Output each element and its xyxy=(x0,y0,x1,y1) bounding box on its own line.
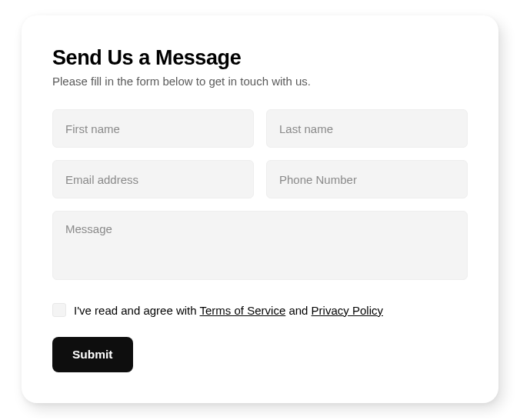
consent-joiner: and xyxy=(285,304,311,317)
phone-input[interactable] xyxy=(266,160,468,198)
first-name-input[interactable] xyxy=(52,109,254,148)
submit-button[interactable]: Submit xyxy=(52,337,133,372)
last-name-input[interactable] xyxy=(266,109,468,148)
form-heading: Send Us a Message xyxy=(52,46,468,70)
tos-link[interactable]: Terms of Service xyxy=(200,304,286,317)
form-subheading: Please fill in the form below to get in … xyxy=(52,75,468,88)
privacy-link[interactable]: Privacy Policy xyxy=(312,304,383,317)
email-input[interactable] xyxy=(52,160,254,198)
message-textarea[interactable] xyxy=(52,211,468,280)
consent-text: I've read and agree with Terms of Servic… xyxy=(74,304,383,317)
consent-row: I've read and agree with Terms of Servic… xyxy=(52,303,468,317)
consent-prefix: I've read and agree with xyxy=(74,304,200,317)
consent-checkbox[interactable] xyxy=(52,303,66,317)
contact-form-card: Send Us a Message Please fill in the for… xyxy=(22,15,498,403)
form-grid xyxy=(52,109,468,198)
